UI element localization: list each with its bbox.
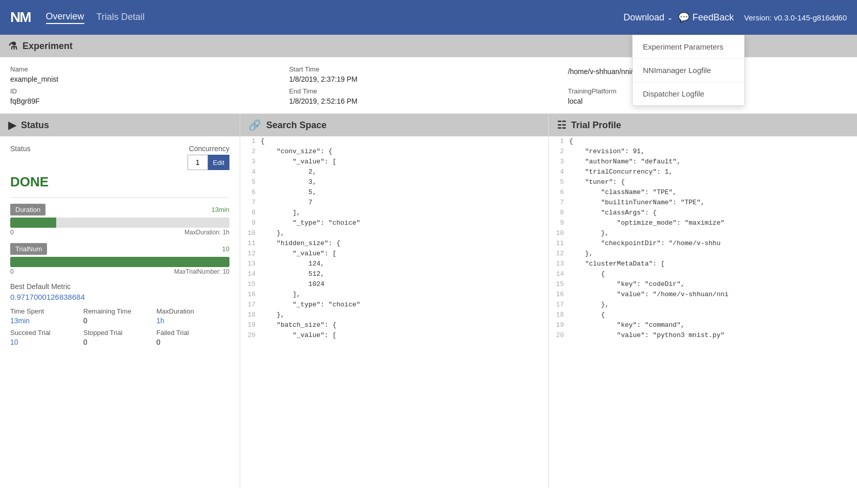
chevron-down-icon: ⌄ — [667, 13, 673, 21]
duration-fill — [10, 218, 56, 228]
line-number: 13 — [549, 259, 569, 269]
line-content: "_value": [ — [261, 249, 336, 259]
panels-row: ▶ Status Status Concurrency Edit — [0, 114, 857, 489]
line-content: "hidden_size": { — [261, 238, 340, 249]
duration-bar-container: Duration 13min 0 MaxDuration: 1h — [10, 204, 229, 236]
code-line: 11 "checkpointDir": "/home/v-shhu — [549, 238, 858, 249]
code-line: 10 }, — [549, 228, 858, 238]
line-number: 18 — [240, 310, 261, 320]
code-line: 17 "_type": "choice" — [240, 300, 548, 310]
version-text: Version: v0.3.0-145-g816dd60 — [744, 13, 847, 22]
line-content: ], — [261, 208, 300, 218]
exp-name-field: Name example_mnist — [10, 65, 289, 83]
status-panel: ▶ Status Status Concurrency Edit — [0, 114, 240, 489]
trial-profile-icon: ☷ — [557, 119, 566, 131]
dropdown-nni-logfile[interactable]: NNImanager Logfile — [633, 59, 744, 82]
line-number: 11 — [240, 238, 261, 249]
code-line: 17 }, — [549, 300, 858, 310]
line-content: "conv_size": { — [261, 147, 332, 157]
dropdown-dispatcher-logfile[interactable]: Dispatcher Logfile — [633, 82, 744, 105]
line-content: "key": "codeDir", — [569, 279, 685, 290]
search-space-icon: 🔗 — [248, 119, 261, 131]
stats-grid: Time Spent 13min Remaining Time 0 MaxDur… — [10, 307, 229, 346]
succeed-label: Succeed Trial — [10, 329, 83, 337]
failed-item: Failed Trial 0 — [156, 329, 229, 346]
exp-id-label: ID — [10, 87, 289, 95]
code-line: 6 5, — [240, 187, 548, 198]
line-content: }, — [569, 228, 609, 238]
search-space-title: Search Space — [266, 120, 327, 131]
concurrency-container: Concurrency Edit — [188, 145, 229, 170]
line-content: "classArgs": { — [569, 208, 657, 218]
line-content: 3, — [261, 177, 316, 187]
trialnum-bar-container: TrialNum 10 0 MaxTrialNumber: 10 — [10, 243, 229, 275]
code-line: 9 "_type": "choice" — [240, 218, 548, 228]
exp-endtime-label: End Time — [289, 87, 568, 95]
code-line: 18 { — [549, 310, 858, 320]
duration-track — [10, 218, 229, 228]
line-content: "key": "command", — [569, 320, 685, 330]
line-content: 7 — [261, 198, 312, 208]
line-number: 20 — [240, 330, 261, 341]
remaining-label: Remaining Time — [83, 307, 156, 315]
trial-profile-code[interactable]: 1{2 "revision": 91,3 "authorName": "defa… — [549, 136, 858, 489]
code-line: 18 }, — [240, 310, 548, 320]
line-number: 4 — [549, 167, 569, 177]
header-right: Download ⌄ 💬 FeedBack Version: v0.3.0-14… — [623, 12, 847, 23]
duration-label-row: Duration 13min — [10, 204, 229, 215]
line-content: "checkpointDir": "/home/v-shhu — [569, 238, 721, 249]
exp-id-field: ID fqBgr89F — [10, 87, 289, 105]
status-label: Status — [10, 145, 31, 155]
line-content: "tuner": { — [569, 177, 625, 187]
code-line: 7 7 — [240, 198, 548, 208]
time-spent-label: Time Spent — [10, 307, 83, 315]
line-number: 20 — [549, 330, 569, 341]
line-content: 1024 — [261, 279, 325, 290]
duration-min: 0 — [10, 229, 14, 236]
trial-profile-panel: ☷ Trial Profile 1{2 "revision": 91,3 "au… — [549, 114, 858, 489]
code-line: 14 512, — [240, 269, 548, 279]
line-number: 15 — [549, 279, 569, 290]
nav-overview[interactable]: Overview — [46, 11, 84, 24]
code-line: 8 "classArgs": { — [549, 208, 858, 218]
code-line: 1{ — [240, 136, 548, 147]
trialnum-max: MaxTrialNumber: 10 — [174, 268, 229, 275]
download-button[interactable]: Download ⌄ — [623, 12, 673, 23]
duration-tag: Duration — [10, 204, 45, 215]
line-number: 12 — [549, 249, 569, 259]
line-content: }, — [569, 300, 609, 310]
code-line: 20 "value": "python3 mnist.py" — [549, 330, 858, 341]
trialnum-label-row: TrialNum 10 — [10, 243, 229, 255]
exp-starttime-value: 1/8/2019, 2:37:19 PM — [289, 75, 568, 83]
line-content: "_type": "choice" — [261, 300, 360, 310]
code-line: 16 "value": "/home/v-shhuan/nni — [549, 290, 858, 300]
nav-trials-detail[interactable]: Trials Detail — [97, 12, 145, 23]
best-metric-value: 0.9717000126838684 — [10, 293, 229, 301]
line-number: 2 — [240, 147, 261, 157]
code-line: 19 "key": "command", — [549, 320, 858, 330]
line-number: 8 — [240, 208, 261, 218]
search-space-code[interactable]: 1{2 "conv_size": {3 "_value": [4 2,5 3,6… — [240, 136, 548, 489]
line-number: 16 — [549, 290, 569, 300]
status-content: Status Concurrency Edit DONE Dur — [0, 136, 240, 489]
line-number: 7 — [549, 198, 569, 208]
code-line: 15 1024 — [240, 279, 548, 290]
code-line: 14 { — [549, 269, 858, 279]
line-number: 9 — [240, 218, 261, 228]
experiment-title: Experiment — [22, 41, 73, 52]
status-done-value: DONE — [10, 174, 229, 190]
code-line: 5 "tuner": { — [549, 177, 858, 187]
experiment-icon: ⚗ — [8, 40, 17, 52]
status-title: Status — [21, 120, 49, 131]
line-number: 5 — [240, 177, 261, 187]
edit-button[interactable]: Edit — [208, 155, 229, 170]
concurrency-input[interactable] — [188, 155, 208, 170]
exp-name-label: Name — [10, 65, 289, 73]
line-number: 3 — [549, 157, 569, 167]
line-content: "optimize_mode": "maximize" — [569, 218, 725, 228]
feedback-button[interactable]: 💬 FeedBack — [678, 12, 734, 23]
line-number: 4 — [240, 167, 261, 177]
code-line: 16 ], — [240, 290, 548, 300]
line-number: 9 — [549, 218, 569, 228]
dropdown-experiment-params[interactable]: Experiment Parameters — [633, 35, 744, 59]
